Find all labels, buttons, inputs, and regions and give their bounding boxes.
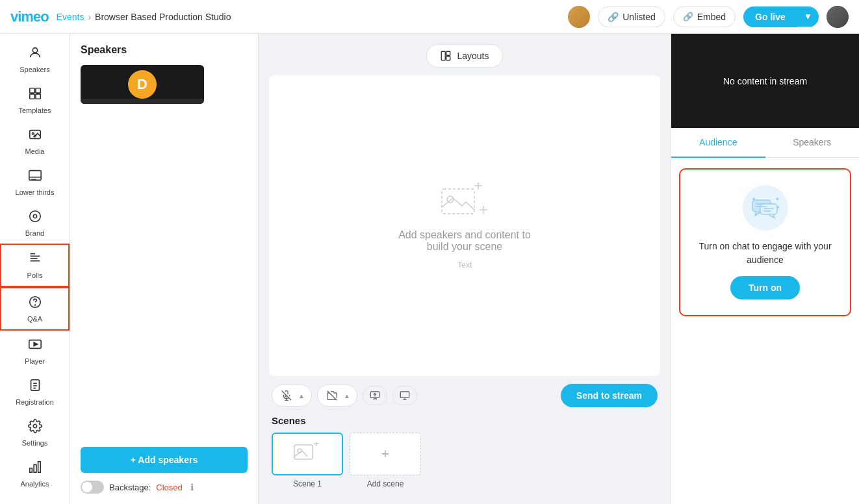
registration-icon — [28, 378, 42, 396]
unlisted-label: Unlisted — [622, 12, 656, 22]
sidebar-item-settings[interactable]: Settings — [0, 412, 70, 453]
unlisted-button[interactable]: 🔗 Unlisted — [598, 6, 665, 27]
svg-point-10 — [29, 211, 40, 222]
tab-speakers[interactable]: Speakers — [765, 128, 860, 158]
sidebar-item-label-qa: Q&A — [27, 315, 42, 323]
sidebar-item-analytics[interactable]: Analytics — [0, 453, 70, 494]
layouts-icon — [440, 50, 452, 62]
scene-1-thumb[interactable] — [272, 433, 343, 475]
toolbar-row: ▲ ▲ Send to stream — [269, 384, 660, 407]
embed-button[interactable]: 🔗 Embed — [673, 6, 736, 27]
avatar-image-right — [827, 6, 849, 28]
sidebar-item-label-analytics: Analytics — [20, 480, 49, 488]
add-scene-card: + Add scene — [350, 433, 421, 488]
chat-cta-wrapper: ✦ ✦ ✦ Turn on chat to engage with your a… — [671, 158, 859, 504]
svg-rect-31 — [442, 189, 474, 214]
svg-text:✦: ✦ — [776, 205, 780, 210]
mute-mic-button[interactable] — [279, 389, 294, 402]
tab-audience[interactable]: Audience — [671, 128, 765, 158]
embed-icon: 🔗 — [683, 12, 693, 21]
svg-rect-20 — [31, 380, 39, 391]
brand-icon — [28, 209, 42, 227]
svg-point-6 — [32, 132, 34, 134]
share-screen-button[interactable] — [363, 386, 387, 405]
backstage-status: Closed — [156, 483, 182, 492]
sidebar-item-label-speakers: Speakers — [19, 66, 49, 73]
user-avatar-right[interactable] — [827, 6, 849, 28]
scenes-row: Scene 1 + Add scene — [272, 433, 658, 488]
avatar-image-left — [568, 6, 590, 28]
go-live-main-button[interactable]: Go live — [743, 6, 797, 27]
mic-chevron-icon[interactable]: ▲ — [298, 392, 305, 399]
backstage-info-icon[interactable]: ℹ — [190, 482, 194, 492]
svg-point-11 — [33, 214, 37, 218]
placeholder-sub: Text — [457, 260, 472, 270]
polls-icon — [28, 251, 42, 269]
svg-rect-25 — [29, 468, 32, 472]
breadcrumb-events[interactable]: Events — [57, 12, 84, 22]
sidebar-item-label-settings: Settings — [22, 439, 48, 447]
sidebar-item-brand[interactable]: Brand — [0, 203, 70, 244]
settings-icon — [28, 419, 42, 436]
left-sidebar: Speakers Templates Media Lower thirds — [0, 34, 70, 504]
svg-text:✦: ✦ — [775, 195, 780, 203]
send-to-stream-button[interactable]: Send to stream — [561, 384, 658, 407]
backstage-toggle[interactable] — [81, 481, 104, 494]
svg-rect-3 — [29, 94, 34, 99]
sidebar-item-speakers[interactable]: Speakers — [0, 39, 70, 80]
svg-marker-19 — [34, 342, 38, 346]
user-avatar-left[interactable] — [568, 6, 590, 28]
svg-rect-28 — [442, 51, 446, 60]
backstage-row: Backstage: Closed ℹ — [81, 481, 248, 494]
lower-thirds-icon — [28, 168, 42, 186]
go-live-dropdown-button[interactable]: ▼ — [797, 6, 819, 27]
scene-1-label: Scene 1 — [293, 479, 322, 488]
layouts-button[interactable]: Layouts — [426, 44, 502, 68]
svg-text:✦: ✦ — [751, 195, 756, 203]
mute-camera-button[interactable] — [324, 389, 340, 402]
link-icon: 🔗 — [608, 12, 619, 22]
breadcrumb-separator: › — [88, 12, 91, 22]
no-content-text: No content in stream — [723, 76, 807, 86]
canvas-preview: Add speakers and content to build your s… — [269, 75, 660, 376]
sidebar-item-qa[interactable]: Q&A — [0, 287, 70, 331]
sidebar-item-registration[interactable]: Registration — [0, 372, 70, 412]
svg-line-40 — [327, 391, 337, 401]
sidebar-item-label-templates: Templates — [18, 107, 51, 114]
sidebar-item-polls[interactable]: Polls — [0, 244, 70, 287]
text-button[interactable] — [392, 386, 417, 405]
header: vimeo Events › Browser Based Production … — [0, 0, 859, 34]
add-speakers-button[interactable]: + Add speakers — [81, 447, 248, 473]
svg-rect-2 — [35, 88, 40, 93]
sidebar-item-player[interactable]: Player — [0, 331, 70, 372]
svg-rect-44 — [400, 392, 409, 397]
breadcrumb-page-title: Browser Based Production Studio — [95, 12, 231, 22]
scene-1-thumb-icon — [293, 442, 322, 466]
speaker-card[interactable]: D — [81, 65, 204, 104]
audience-speakers-tabs: Audience Speakers — [671, 128, 859, 158]
stream-preview: No content in stream — [671, 34, 859, 128]
add-scene-thumb[interactable]: + — [350, 433, 421, 475]
backstage-label: Backstage: — [109, 483, 151, 492]
sidebar-item-templates[interactable]: Templates — [0, 80, 70, 121]
speaker-card-bar — [81, 99, 204, 104]
canvas-placeholder-text: Add speakers and content to build your s… — [398, 229, 531, 253]
toolbar-group-camera: ▲ — [317, 384, 357, 407]
content-area: Speakers D + Add speakers Backstage: Clo… — [70, 34, 671, 504]
templates-icon — [28, 86, 42, 104]
sidebar-item-label-polls: Polls — [27, 271, 43, 279]
right-panel: No content in stream Audience Speakers — [671, 34, 859, 504]
turn-on-button[interactable]: Turn on — [730, 276, 800, 299]
svg-point-17 — [34, 305, 35, 305]
svg-rect-52 — [760, 204, 777, 214]
vimeo-logo: vimeo — [10, 8, 49, 25]
sidebar-item-media[interactable]: Media — [0, 121, 70, 162]
qa-icon — [28, 295, 42, 312]
sidebar-item-label-brand: Brand — [25, 229, 44, 237]
placeholder-line2: build your scene — [398, 241, 531, 253]
camera-chevron-icon[interactable]: ▲ — [344, 392, 350, 399]
svg-rect-1 — [29, 88, 34, 93]
speakers-panel: Speakers D + Add speakers Backstage: Clo… — [70, 34, 259, 504]
chat-bubbles-icon: ✦ ✦ ✦ — [751, 195, 780, 221]
sidebar-item-lower-thirds[interactable]: Lower thirds — [0, 162, 70, 203]
